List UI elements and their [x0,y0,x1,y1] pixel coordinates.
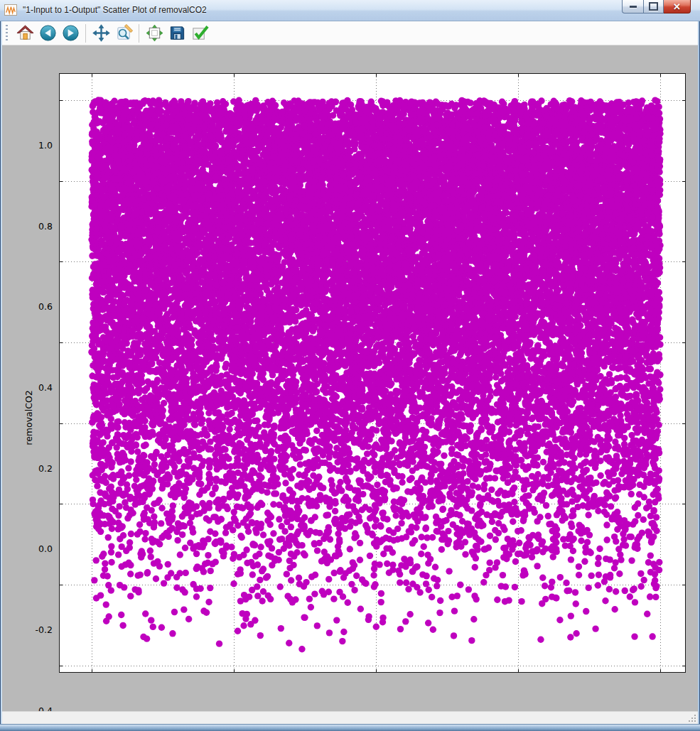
y-tick-label: 0.8 [38,220,53,231]
y-tick-label: -0.2 [36,624,53,634]
home-button[interactable] [14,23,36,44]
title-bar[interactable]: "1-Input to 1-Output" Scatter Plot of re… [0,0,700,21]
configure-subplots-button[interactable] [144,23,165,44]
status-bar [2,711,698,724]
zoom-rect-icon [115,24,133,42]
minimize-button[interactable] [622,0,643,13]
scatter-plot[interactable] [60,74,685,672]
y-tick-label: 0.4 [38,381,53,392]
toolbar-separator [85,24,86,43]
navigation-toolbar [2,21,698,45]
y-tick-label: 1.0 [38,140,53,151]
home-icon [16,24,34,42]
pan-icon [92,24,110,42]
window-controls: ✕ [622,0,691,14]
close-button[interactable]: ✕ [664,0,691,13]
toolbar-grip-handle[interactable] [6,25,8,42]
back-icon [39,24,57,42]
forward-icon [62,24,80,42]
maximize-button[interactable] [643,0,664,13]
check-icon [191,24,209,42]
pan-button[interactable] [90,23,112,44]
close-icon: ✕ [673,2,681,11]
matplotlib-app-icon [4,4,17,16]
y-tick-label: 0.0 [38,543,53,554]
plot-axes[interactable] [59,73,686,673]
y-tick-label: 0.6 [38,301,53,312]
y-tick-label: 0.2 [38,462,53,473]
save-icon [168,24,186,42]
window-bottom-border [0,724,700,731]
forward-button[interactable] [60,23,81,44]
resize-grip[interactable] [688,714,696,722]
check-button[interactable] [189,23,210,44]
minimize-icon [630,6,637,8]
maximize-icon [649,2,658,11]
configure-subplots-icon [146,24,163,42]
back-button[interactable] [37,23,58,44]
window-title: "1-Input to 1-Output" Scatter Plot of re… [23,5,207,15]
save-button[interactable] [166,23,188,44]
zoom-rect-button[interactable] [113,23,134,44]
toolbar-separator [139,24,139,43]
app-window: "1-Input to 1-Output" Scatter Plot of re… [0,0,700,731]
y-axis-label: removalCO2 [23,390,34,445]
